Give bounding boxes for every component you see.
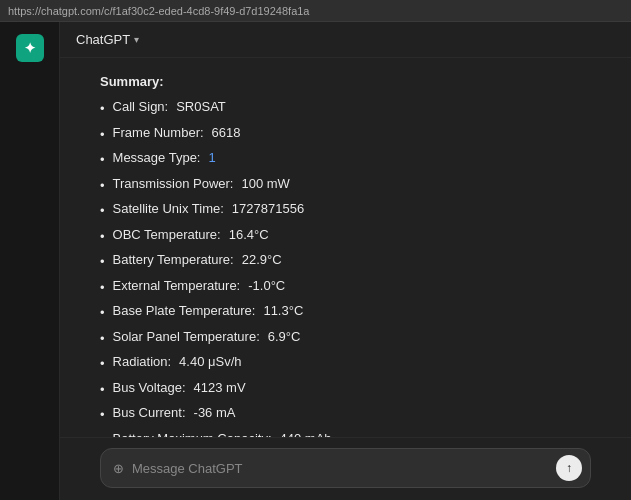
- item-value: 1727871556: [232, 199, 304, 219]
- bullet-icon: •: [100, 125, 105, 145]
- summary-label: Summary:: [100, 74, 591, 89]
- item-label: Message Type:: [113, 148, 201, 168]
- list-item: •Call Sign: SR0SAT: [100, 97, 591, 119]
- item-label: Call Sign:: [113, 97, 169, 117]
- chat-area: Summary: •Call Sign: SR0SAT•Frame Number…: [60, 58, 631, 437]
- list-item: •Transmission Power: 100 mW: [100, 174, 591, 196]
- main-content: ChatGPT ▾ Summary: •Call Sign: SR0SAT•Fr…: [60, 22, 631, 500]
- item-value: -36 mA: [194, 403, 236, 423]
- item-label: Battery Maximum Capacity:: [113, 429, 272, 438]
- input-container: ⊕ ↑: [100, 448, 591, 488]
- list-item: •Bus Current: -36 mA: [100, 403, 591, 425]
- item-value: 16.4°C: [229, 225, 269, 245]
- item-label: Radiation:: [113, 352, 172, 372]
- item-value: 6.9°C: [268, 327, 301, 347]
- list-item: •Frame Number: 6618: [100, 123, 591, 145]
- item-value: 11.3°C: [263, 301, 303, 321]
- chevron-icon[interactable]: ▾: [134, 34, 139, 45]
- bullet-icon: •: [100, 201, 105, 221]
- item-value: 1: [208, 148, 215, 168]
- item-value: 4.40 μSv/h: [179, 352, 241, 372]
- summary-list: •Call Sign: SR0SAT•Frame Number: 6618•Me…: [100, 97, 591, 437]
- chatgpt-logo: ✦: [16, 34, 44, 62]
- list-item: •Solar Panel Temperature: 6.9°C: [100, 327, 591, 349]
- sidebar: ✦: [0, 22, 60, 500]
- list-item: •Battery Temperature: 22.9°C: [100, 250, 591, 272]
- item-value: 440 mAh: [280, 429, 332, 438]
- bullet-icon: •: [100, 303, 105, 323]
- send-button[interactable]: ↑: [556, 455, 582, 481]
- item-label: OBC Temperature:: [113, 225, 221, 245]
- item-value: SR0SAT: [176, 97, 226, 117]
- list-item: •Battery Maximum Capacity: 440 mAh: [100, 429, 591, 438]
- item-value: -1.0°C: [248, 276, 285, 296]
- message-input[interactable]: [132, 461, 548, 476]
- app-title[interactable]: ChatGPT: [76, 32, 130, 47]
- bullet-icon: •: [100, 380, 105, 400]
- item-label: Bus Current:: [113, 403, 186, 423]
- bullet-icon: •: [100, 99, 105, 119]
- url-text: https://chatgpt.com/c/f1af30c2-eded-4cd8…: [8, 5, 310, 17]
- list-item: •Bus Voltage: 4123 mV: [100, 378, 591, 400]
- list-item: •External Temperature: -1.0°C: [100, 276, 591, 298]
- item-value: 22.9°C: [242, 250, 282, 270]
- item-value: 4123 mV: [194, 378, 246, 398]
- input-area: ⊕ ↑: [60, 437, 631, 500]
- item-value: 100 mW: [241, 174, 289, 194]
- bullet-icon: •: [100, 329, 105, 349]
- bullet-icon: •: [100, 150, 105, 170]
- item-label: Base Plate Temperature:: [113, 301, 256, 321]
- item-value: 6618: [212, 123, 241, 143]
- attachment-icon[interactable]: ⊕: [113, 461, 124, 476]
- bullet-icon: •: [100, 252, 105, 272]
- item-label: Solar Panel Temperature:: [113, 327, 260, 347]
- list-item: •Base Plate Temperature: 11.3°C: [100, 301, 591, 323]
- bullet-icon: •: [100, 405, 105, 425]
- item-label: Satellite Unix Time:: [113, 199, 224, 219]
- address-bar: https://chatgpt.com/c/f1af30c2-eded-4cd8…: [0, 0, 631, 22]
- header: ChatGPT ▾: [60, 22, 631, 58]
- bullet-icon: •: [100, 227, 105, 247]
- item-label: Transmission Power:: [113, 174, 234, 194]
- list-item: •Radiation: 4.40 μSv/h: [100, 352, 591, 374]
- bullet-icon: •: [100, 278, 105, 298]
- item-label: Bus Voltage:: [113, 378, 186, 398]
- item-label: Frame Number:: [113, 123, 204, 143]
- list-item: •Satellite Unix Time: 1727871556: [100, 199, 591, 221]
- item-label: Battery Temperature:: [113, 250, 234, 270]
- list-item: •Message Type: 1: [100, 148, 591, 170]
- message-block: Summary: •Call Sign: SR0SAT•Frame Number…: [100, 74, 591, 437]
- bullet-icon: •: [100, 354, 105, 374]
- list-item: •OBC Temperature: 16.4°C: [100, 225, 591, 247]
- item-label: External Temperature:: [113, 276, 241, 296]
- bullet-icon: •: [100, 176, 105, 196]
